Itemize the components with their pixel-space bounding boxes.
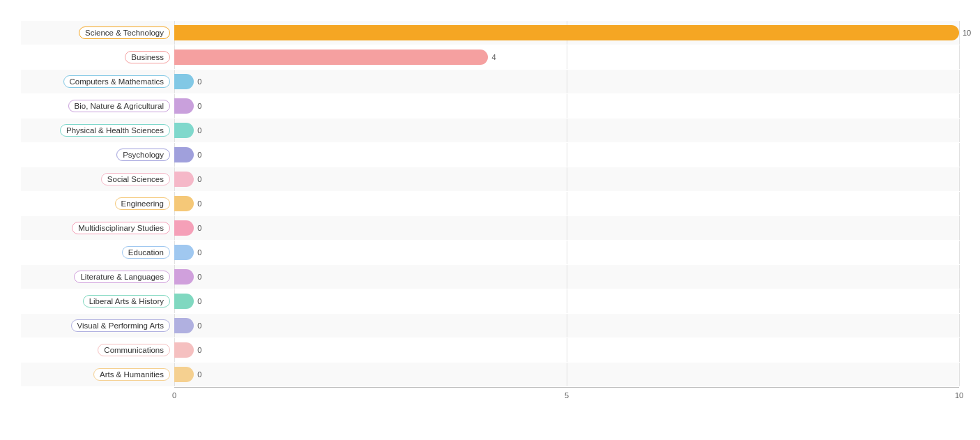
- bar-row: Computers & Mathematics0: [21, 70, 959, 93]
- chart-container: Science & Technology10Business4Computers…: [21, 21, 959, 401]
- bar-label: Visual & Performing Arts: [21, 319, 174, 332]
- bar-row: Arts & Humanities0: [21, 363, 959, 386]
- bar-label: Computers & Mathematics: [21, 75, 174, 88]
- bar-label: Science & Technology: [21, 26, 174, 39]
- bar-label: Psychology: [21, 149, 174, 161]
- bars-container: Science & Technology10Business4Computers…: [21, 21, 959, 386]
- bar-label: Engineering: [21, 197, 174, 210]
- x-axis: 0510: [174, 387, 959, 401]
- bar-label: Arts & Humanities: [21, 368, 174, 381]
- bar-label: Business: [21, 51, 174, 63]
- bar-row: Engineering0: [21, 192, 959, 215]
- bar-row: Education0: [21, 241, 959, 264]
- bar-row: Multidisciplinary Studies0: [21, 216, 959, 240]
- bar-label: Bio, Nature & Agricultural: [21, 100, 174, 112]
- bar-row: Science & Technology10: [21, 21, 959, 45]
- bar-label: Literature & Languages: [21, 271, 174, 283]
- bar-row: Liberal Arts & History0: [21, 289, 959, 313]
- bar-label: Liberal Arts & History: [21, 295, 174, 308]
- bar-row: Communications0: [21, 338, 959, 362]
- bar-label: Social Sciences: [21, 173, 174, 185]
- bar-label: Education: [21, 246, 174, 259]
- bar-row: Social Sciences0: [21, 167, 959, 191]
- bar-row: Business4: [21, 45, 959, 69]
- bar-label: Multidisciplinary Studies: [21, 222, 174, 234]
- bar-label: Physical & Health Sciences: [21, 124, 174, 137]
- bar-row: Literature & Languages0: [21, 265, 959, 289]
- bar-row: Psychology0: [21, 143, 959, 167]
- bar-row: Bio, Nature & Agricultural0: [21, 94, 959, 118]
- bar-row: Physical & Health Sciences0: [21, 119, 959, 142]
- bar-label: Communications: [21, 344, 174, 356]
- bar-row: Visual & Performing Arts0: [21, 314, 959, 337]
